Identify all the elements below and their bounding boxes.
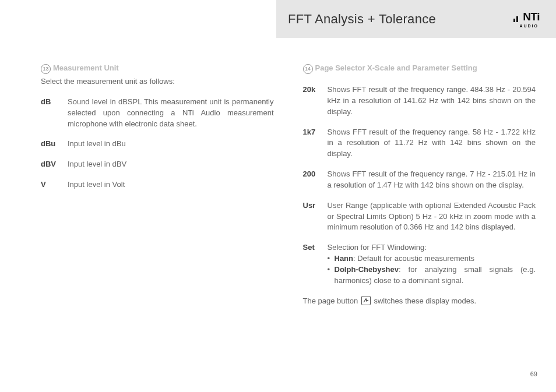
- content-columns: 13Measurement Unit Select the measuremen…: [41, 63, 536, 392]
- logo-bars-icon: [513, 16, 518, 22]
- def-term: 200: [303, 169, 328, 191]
- left-column: 13Measurement Unit Select the measuremen…: [41, 63, 274, 392]
- circled-number-13: 13: [41, 64, 51, 74]
- def-row: dBV Input level in dBV: [41, 159, 274, 170]
- circled-number-14: 14: [303, 64, 313, 74]
- def-row: dBu Input level in dBu: [41, 139, 274, 150]
- page-title: FFT Analysis + Tolerance: [288, 10, 436, 29]
- def-term: dB: [41, 97, 68, 130]
- def-desc: Shows FFT result of the frequency range.…: [328, 84, 536, 118]
- page: FFT Analysis + Tolerance NTi AUDIO 13Mea…: [0, 0, 556, 392]
- logo-subtext: AUDIO: [519, 23, 539, 29]
- def-term: 1k7: [303, 127, 328, 160]
- def-desc: Input level in dBu: [68, 139, 274, 150]
- def-desc: Shows FFT result of the frequency range.…: [328, 127, 536, 160]
- def-desc: Sound level in dBSPL This measurement un…: [68, 97, 274, 130]
- left-heading-text: Measurement Unit: [53, 63, 119, 72]
- def-row: V Input level in Volt: [41, 179, 274, 190]
- brand-logo: NTi AUDIO: [513, 9, 540, 29]
- def-row: dB Sound level in dBSPL This measurement…: [41, 97, 274, 130]
- set-lead: Selection for FFT Windowing:: [328, 243, 427, 252]
- def-row: 200 Shows FFT result of the frequency ra…: [303, 169, 536, 191]
- def-row-set: Set Selection for FFT Windowing: Hann: D…: [303, 242, 536, 286]
- def-desc: Shows FFT result of the frequency range.…: [328, 169, 536, 191]
- right-column: 14Page Selector X-Scale and Parameter Se…: [303, 63, 536, 392]
- left-section-heading: 13Measurement Unit: [41, 63, 274, 74]
- footer-line: The page button switches these display m…: [303, 296, 536, 307]
- left-intro: Select the measurement unit as follows:: [41, 76, 274, 87]
- def-row: 1k7 Shows FFT result of the frequency ra…: [303, 127, 536, 160]
- list-item: Hann: Default for acoustic measurements: [328, 253, 536, 264]
- def-term: V: [41, 179, 68, 190]
- def-desc: Input level in dBV: [68, 159, 274, 170]
- def-term: dBu: [41, 139, 68, 150]
- logo-text-wrap: NTi AUDIO: [519, 9, 540, 29]
- page-header: FFT Analysis + Tolerance NTi AUDIO: [276, 0, 556, 38]
- def-term: Set: [303, 242, 328, 286]
- bullet-rest: : Default for acoustic measurements: [353, 254, 474, 263]
- spacer: [303, 76, 536, 84]
- set-bullets: Hann: Default for acoustic measurements …: [328, 253, 536, 287]
- def-term: 20k: [303, 84, 328, 118]
- bullet-bold: Dolph-Chebyshev: [335, 265, 399, 274]
- def-term: dBV: [41, 159, 68, 170]
- list-item: Dolph-Chebyshev: for analyzing small sig…: [328, 264, 536, 287]
- footer-text-a: The page button: [303, 296, 360, 305]
- def-term: Usr: [303, 200, 328, 234]
- footer-text-b: switches these display modes.: [372, 296, 476, 305]
- def-desc: User Range (applicable with optional Ext…: [328, 200, 536, 234]
- logo-text: NTi: [523, 9, 540, 25]
- page-number: 69: [530, 370, 537, 379]
- def-row: Usr User Range (applicable with optional…: [303, 200, 536, 234]
- right-section-heading: 14Page Selector X-Scale and Parameter Se…: [303, 63, 536, 74]
- page-button-icon: [361, 296, 371, 305]
- def-desc: Input level in Volt: [68, 179, 274, 190]
- def-row: 20k Shows FFT result of the frequency ra…: [303, 84, 536, 118]
- bullet-bold: Hann: [335, 254, 354, 263]
- right-heading-text: Page Selector X-Scale and Parameter Sett…: [315, 63, 477, 72]
- def-desc-set: Selection for FFT Windowing: Hann: Defau…: [328, 242, 536, 286]
